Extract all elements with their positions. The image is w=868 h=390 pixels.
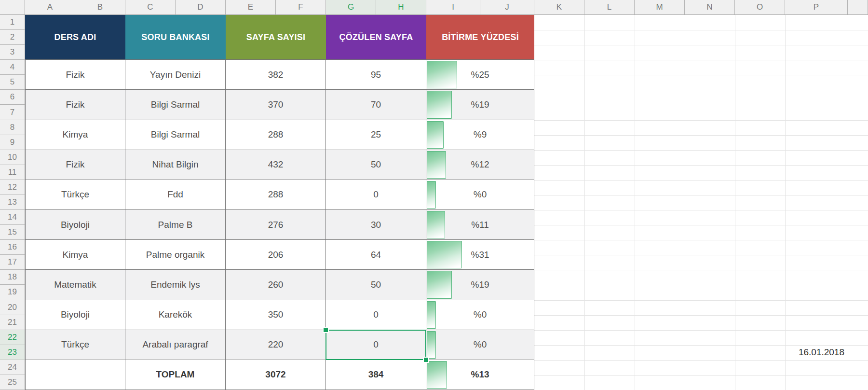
cell-cozulen-sayfa[interactable]: 64	[326, 240, 426, 270]
row-header-24[interactable]: 24	[0, 360, 25, 375]
cell-yuzde[interactable]: %0	[426, 180, 534, 210]
cell-cozulen-sayfa[interactable]: 0	[326, 300, 426, 330]
row-header-17[interactable]: 17	[0, 255, 25, 270]
cell-cozulen-sayfa[interactable]: 95	[326, 60, 426, 90]
row-header-3[interactable]: 3	[0, 45, 25, 60]
column-header-F[interactable]: F	[276, 0, 326, 15]
row-header-21[interactable]: 21	[0, 315, 25, 330]
cell-soru-bankasi[interactable]: Yayın Denizi	[125, 60, 226, 90]
cell-yuzde[interactable]: %31	[426, 240, 534, 270]
table-header-1[interactable]: SORU BANKASI	[125, 15, 226, 60]
selection-handle-top-left[interactable]	[323, 327, 329, 333]
row-header-14[interactable]: 14	[0, 210, 25, 225]
cell-ders[interactable]: Matematik	[25, 270, 125, 300]
cell-yuzde[interactable]: %19	[426, 270, 534, 300]
table-header-3[interactable]: ÇÖZÜLEN SAYFA	[326, 15, 426, 60]
column-header-A[interactable]: A	[25, 0, 75, 15]
cell-cozulen-sayfa[interactable]: 50	[326, 150, 426, 180]
column-header-H[interactable]: H	[376, 0, 426, 15]
cell-cozulen-sayfa[interactable]: 50	[326, 270, 426, 300]
column-header-J[interactable]: J	[480, 0, 534, 15]
column-header-C[interactable]: C	[125, 0, 176, 15]
cell-soru-bankasi[interactable]: Bilgi Sarmal	[125, 120, 226, 150]
cell-sayfa-sayisi[interactable]: 276	[226, 210, 326, 240]
table-header-0[interactable]: DERS ADI	[25, 15, 125, 60]
column-header-N[interactable]: N	[685, 0, 735, 15]
cell-cozulen-sayfa[interactable]: 0	[326, 180, 426, 210]
cell-ders[interactable]: Fizik	[25, 60, 125, 90]
row-header-10[interactable]: 10	[0, 150, 25, 165]
cell-yuzde[interactable]: %0	[426, 300, 534, 330]
table-header-4[interactable]: BİTİRME YÜZDESİ	[426, 15, 534, 60]
select-all-corner[interactable]	[0, 0, 25, 15]
row-header-8[interactable]: 8	[0, 120, 25, 135]
row-header-18[interactable]: 18	[0, 270, 25, 285]
column-header-O[interactable]: O	[735, 0, 785, 15]
row-header-4[interactable]: 4	[0, 60, 25, 75]
row-header-6[interactable]: 6	[0, 90, 25, 105]
cell-ders[interactable]	[25, 360, 125, 390]
row-header-19[interactable]: 19	[0, 285, 25, 300]
row-header-23[interactable]: 23	[0, 345, 25, 360]
cell-sayfa-sayisi[interactable]: 206	[226, 240, 326, 270]
cell-soru-bankasi[interactable]: Arabalı paragraf	[125, 330, 226, 360]
column-header-E[interactable]: E	[226, 0, 276, 15]
cell-soru-bankasi[interactable]: Bilgi Sarmal	[125, 90, 226, 120]
cell-yuzde[interactable]: %9	[426, 120, 534, 150]
cell-sayfa-sayisi[interactable]: 432	[226, 150, 326, 180]
cell-ders[interactable]: Biyoloji	[25, 300, 125, 330]
column-header-P[interactable]: P	[785, 0, 848, 15]
row-header-1[interactable]: 1	[0, 15, 25, 30]
cell-sayfa-sayisi[interactable]: 288	[226, 120, 326, 150]
selection-handle-bottom-right[interactable]	[423, 357, 429, 363]
column-header-partial[interactable]	[848, 0, 868, 15]
cell-ders[interactable]: Fizik	[25, 90, 125, 120]
row-header-2[interactable]: 2	[0, 30, 25, 45]
cell-cozulen-sayfa[interactable]: 384	[326, 360, 426, 390]
cell-sayfa-sayisi[interactable]: 350	[226, 300, 326, 330]
cell-sayfa-sayisi[interactable]: 220	[226, 330, 326, 360]
cell-soru-bankasi[interactable]: Endemik lys	[125, 270, 226, 300]
column-header-G[interactable]: G	[326, 0, 376, 15]
row-header-15[interactable]: 15	[0, 225, 25, 240]
cell-ders[interactable]: Türkçe	[25, 330, 125, 360]
cell-yuzde[interactable]: %11	[426, 210, 534, 240]
row-header-16[interactable]: 16	[0, 240, 25, 255]
cell-ders[interactable]: Türkçe	[25, 180, 125, 210]
row-header-25[interactable]: 25	[0, 375, 25, 390]
row-header-13[interactable]: 13	[0, 195, 25, 210]
row-header-5[interactable]: 5	[0, 75, 25, 90]
column-header-L[interactable]: L	[584, 0, 635, 15]
cell-ders[interactable]: Kimya	[25, 240, 125, 270]
cell-soru-bankasi[interactable]: Nihat Bilgin	[125, 150, 226, 180]
cell-yuzde[interactable]: %0	[426, 330, 534, 360]
row-header-11[interactable]: 11	[0, 165, 25, 180]
column-header-I[interactable]: I	[426, 0, 480, 15]
cell-soru-bankasi[interactable]: Palme B	[125, 210, 226, 240]
cell-sayfa-sayisi[interactable]: 288	[226, 180, 326, 210]
cell-cozulen-sayfa[interactable]: 70	[326, 90, 426, 120]
cell-yuzde[interactable]: %12	[426, 150, 534, 180]
row-header-7[interactable]: 7	[0, 105, 25, 120]
cell-cozulen-sayfa[interactable]: 25	[326, 120, 426, 150]
cell-yuzde[interactable]: %19	[426, 90, 534, 120]
cell-yuzde[interactable]: %25	[426, 60, 534, 90]
cell-cozulen-sayfa[interactable]: 30	[326, 210, 426, 240]
cell-soru-bankasi[interactable]: Karekök	[125, 300, 226, 330]
column-header-K[interactable]: K	[534, 0, 584, 15]
cell-sayfa-sayisi[interactable]: 260	[226, 270, 326, 300]
cell-yuzde[interactable]: %13	[426, 360, 534, 390]
row-header-12[interactable]: 12	[0, 180, 25, 195]
column-header-M[interactable]: M	[635, 0, 685, 15]
cell-sayfa-sayisi[interactable]: 370	[226, 90, 326, 120]
row-header-20[interactable]: 20	[0, 300, 25, 315]
cell-cozulen-sayfa[interactable]: 0	[326, 330, 426, 360]
cell-soru-bankasi[interactable]: Fdd	[125, 180, 226, 210]
table-header-2[interactable]: SAYFA SAYISI	[226, 15, 326, 60]
column-header-D[interactable]: D	[176, 0, 226, 15]
cell-ders[interactable]: Biyoloji	[25, 210, 125, 240]
row-header-22[interactable]: 22	[0, 330, 25, 345]
column-header-B[interactable]: B	[75, 0, 125, 15]
cell-soru-bankasi[interactable]: TOPLAM	[125, 360, 226, 390]
row-header-9[interactable]: 9	[0, 135, 25, 150]
